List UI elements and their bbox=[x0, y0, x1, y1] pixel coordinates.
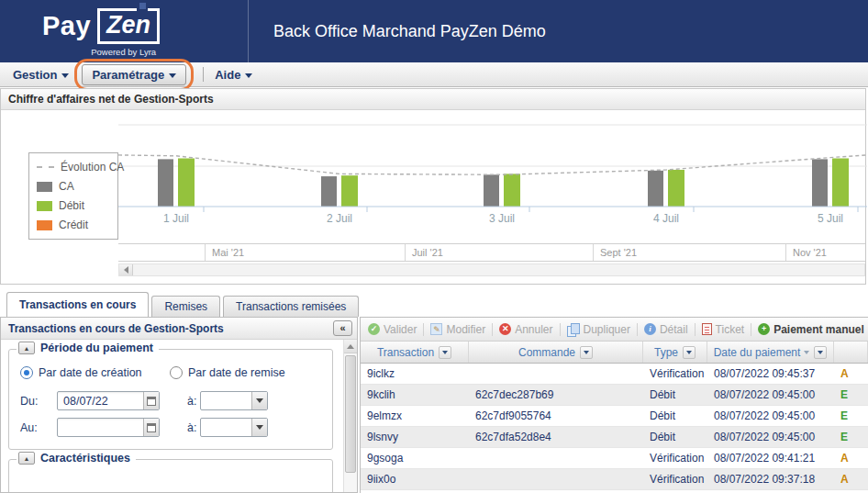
logo-tagline: Powered by Lyra bbox=[42, 47, 160, 57]
cell-type: Débit bbox=[643, 427, 707, 447]
content-row: Transactions en cours de Gestion-Sports … bbox=[0, 317, 868, 493]
legend-label: CA bbox=[59, 180, 74, 193]
column-header-label: Date du paiement bbox=[714, 346, 801, 359]
chart-body: 1 Juil2 Juil3 Juil4 Juil5 Juil Évolution… bbox=[1, 110, 865, 284]
date-field-label: Du: bbox=[20, 395, 57, 408]
toolbar-button-label: Annuler bbox=[515, 323, 552, 336]
toolbar-ticket-button[interactable]: Ticket bbox=[702, 323, 745, 336]
toolbar-button-label: Valider bbox=[384, 323, 417, 336]
table-row[interactable]: 9kclih62c7dec287b69Débit08/07/2022 09:45… bbox=[361, 385, 868, 406]
dropdown-button[interactable] bbox=[251, 419, 267, 436]
cell-transaction: 9iix0o bbox=[361, 469, 469, 489]
timeline-tick bbox=[785, 244, 786, 261]
column-filter-button[interactable] bbox=[814, 346, 827, 359]
calendar-button[interactable] bbox=[143, 392, 159, 409]
column-header-commande[interactable]: Commande bbox=[469, 342, 643, 363]
legend-item: Débit bbox=[37, 199, 110, 212]
time-select[interactable] bbox=[200, 418, 268, 437]
header-divider bbox=[248, 0, 249, 62]
menu-item-gestion[interactable]: Gestion bbox=[7, 65, 74, 84]
chart-horizontal-scrollbar[interactable] bbox=[118, 263, 865, 276]
cell-commande: 62c7df9055764 bbox=[469, 406, 643, 426]
bar-ca bbox=[321, 176, 337, 207]
panel-vertical-scrollbar[interactable] bbox=[343, 340, 357, 492]
toolbar-separator bbox=[492, 323, 493, 336]
scroll-up-button[interactable] bbox=[344, 340, 357, 353]
timeline-label: Mai '21 bbox=[212, 247, 244, 258]
arrow-left-icon bbox=[124, 266, 128, 274]
radio-option[interactable]: Par date de création bbox=[20, 366, 170, 379]
radio-button[interactable] bbox=[20, 366, 33, 379]
column-header-transaction[interactable]: Transaction bbox=[361, 342, 469, 363]
content-tabs: Transactions en coursRemisesTransactions… bbox=[6, 292, 359, 317]
cell-status: E bbox=[834, 427, 868, 447]
toolbar-d-tail-button[interactable]: iDétail bbox=[644, 323, 688, 336]
cell-commande bbox=[469, 469, 643, 489]
radio-option[interactable]: Par date de remise bbox=[170, 366, 285, 379]
collapse-section-button[interactable]: ▲ bbox=[18, 342, 35, 354]
table-row[interactable]: 9lsnvy62c7dfa52d8e4Débit08/07/2022 09:45… bbox=[361, 427, 868, 448]
toolbar-button-label: Paiement manuel bbox=[773, 323, 864, 336]
menu-item-aide[interactable]: Aide bbox=[209, 65, 258, 84]
toolbar-dupliquer-button[interactable]: Dupliquer bbox=[567, 323, 630, 336]
toolbar-modifier-button[interactable]: ✎Modifier bbox=[430, 323, 485, 336]
tab-transactions-en-cours[interactable]: Transactions en cours bbox=[6, 292, 149, 317]
info-circle-icon: i bbox=[644, 323, 656, 335]
menu-item-parametrage[interactable]: Paramétrage bbox=[82, 64, 186, 85]
cell-date: 08/07/2022 09:45:00 bbox=[707, 427, 834, 447]
column-header-status[interactable] bbox=[834, 342, 868, 363]
toolbar-paiement-manuel-button[interactable]: +Paiement manuel bbox=[758, 323, 864, 336]
toolbar-annuler-button[interactable]: ✕Annuler bbox=[499, 323, 552, 336]
cell-type: Vérification bbox=[643, 448, 707, 468]
date-mode-radios: Par date de créationPar date de remise bbox=[20, 366, 332, 379]
period-section: ▲ Période du paiement Par date de créati… bbox=[8, 349, 333, 450]
column-header-type[interactable]: Type bbox=[643, 342, 707, 363]
column-header-date-du-paiement[interactable]: Date du paiement bbox=[707, 342, 834, 363]
radio-button[interactable] bbox=[170, 366, 183, 379]
cell-status: A bbox=[834, 448, 868, 468]
chart-legend: Évolution CACADébitCrédit bbox=[28, 152, 118, 240]
scroll-left-button[interactable] bbox=[119, 264, 133, 275]
filters-panel-body: ▲ Période du paiement Par date de créati… bbox=[1, 340, 357, 492]
dropdown-button[interactable] bbox=[251, 392, 267, 409]
cell-transaction: 9gsoga bbox=[361, 448, 469, 468]
scrollbar-thumb[interactable] bbox=[345, 355, 356, 473]
payzen-logo: Pay Zen Powered by Lyra bbox=[42, 8, 160, 57]
cell-status: E bbox=[834, 385, 868, 405]
toolbar-valider-button[interactable]: ✓Valider bbox=[368, 323, 417, 336]
arrow-up-icon bbox=[347, 344, 354, 349]
column-filter-button[interactable] bbox=[683, 346, 696, 359]
app-header: Pay Zen Powered by Lyra Back Office Marc… bbox=[0, 0, 868, 62]
chevron-down-icon bbox=[818, 351, 823, 354]
timeline-label: Sept '21 bbox=[600, 247, 637, 258]
legend-label: Crédit bbox=[59, 218, 88, 231]
filters-panel-title: Transactions en cours de Gestion-Sports bbox=[8, 322, 224, 335]
collapse-section-button[interactable]: ▲ bbox=[18, 452, 35, 465]
table-row[interactable]: 9gsogaVérification08/07/2022 09:41:21A bbox=[361, 448, 868, 469]
date-input[interactable]: 08/07/22 bbox=[57, 391, 160, 410]
date-input[interactable] bbox=[57, 418, 160, 437]
cell-date: 08/07/2022 09:45:00 bbox=[707, 385, 834, 405]
tab-remises[interactable]: Remises bbox=[151, 296, 220, 317]
cell-commande: 62c7dec287b69 bbox=[469, 385, 643, 405]
time-select[interactable] bbox=[200, 391, 268, 410]
table-row[interactable]: 9iix0oVérification08/07/2022 09:37:18A bbox=[361, 469, 868, 490]
table-row[interactable]: 9iclkzVérification08/07/2022 09:45:37A bbox=[361, 364, 868, 385]
period-section-title: Période du paiement bbox=[40, 342, 153, 354]
timeline-tick bbox=[593, 244, 594, 261]
x-axis-label: 2 Juil bbox=[327, 212, 352, 225]
calendar-icon bbox=[147, 397, 156, 406]
column-filter-button[interactable] bbox=[439, 346, 451, 359]
toolbar-button-label: Détail bbox=[660, 323, 688, 336]
table-row[interactable]: 9elmzx62c7df9055764Débit08/07/2022 09:45… bbox=[361, 406, 868, 427]
collapse-panel-button[interactable]: « bbox=[333, 320, 352, 336]
tab-transactions-remis-es[interactable]: Transactions remisées bbox=[223, 296, 359, 317]
column-filter-button[interactable] bbox=[580, 346, 593, 359]
bar-debit bbox=[668, 170, 684, 207]
chart-timeline-navigator[interactable]: Mai '21Juil '21Sept '21Nov '21 bbox=[118, 243, 865, 262]
bar-ca bbox=[648, 171, 663, 207]
calendar-button[interactable] bbox=[143, 419, 159, 436]
legend-label: Débit bbox=[59, 199, 84, 212]
bar-debit bbox=[504, 174, 520, 207]
add-circle-icon: + bbox=[758, 323, 770, 335]
